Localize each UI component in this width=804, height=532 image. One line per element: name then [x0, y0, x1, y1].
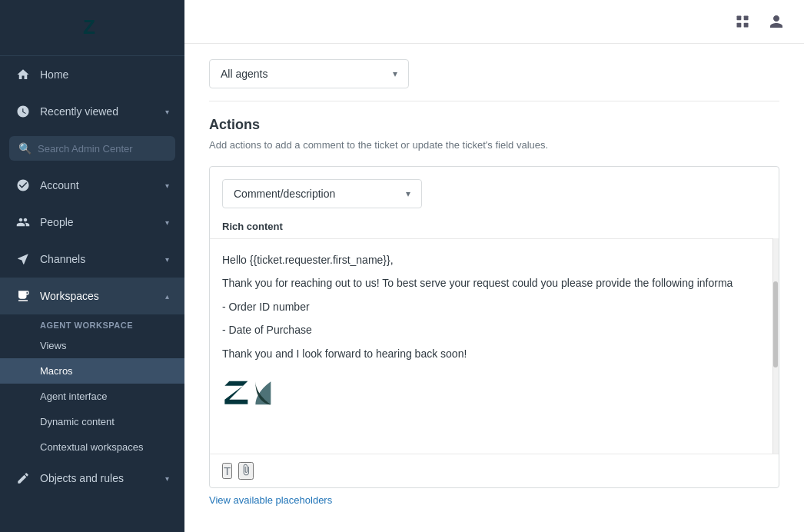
- comment-dropdown-value: Comment/description: [234, 188, 335, 200]
- sidebar-item-recently-viewed[interactable]: Recently viewed ▾: [0, 93, 184, 130]
- agent-dropdown-arrow-icon: ▾: [393, 68, 397, 79]
- agent-interface-label: Agent interface: [40, 391, 107, 402]
- sidebar-logo: Z: [0, 0, 184, 56]
- svg-rect-1: [737, 16, 742, 21]
- action-container: Comment/description ▾ Rich content Hello…: [209, 166, 779, 488]
- sidebar-item-agent-interface[interactable]: Agent interface: [0, 384, 184, 409]
- comment-dropdown-arrow-icon: ▾: [406, 188, 410, 199]
- zendesk-logo-icon: Z: [77, 12, 108, 43]
- editor-line-3: - Order ID number: [222, 298, 763, 315]
- view-placeholders-link[interactable]: View available placeholders: [209, 494, 332, 506]
- sidebar-item-macros[interactable]: Macros: [0, 358, 184, 384]
- people-icon: [15, 214, 31, 230]
- account-chevron-icon: ▾: [165, 181, 169, 190]
- zendesk-logo-svg: [222, 371, 284, 417]
- macros-label: Macros: [40, 365, 73, 377]
- text-format-icon: T: [224, 464, 231, 477]
- workspaces-chevron-icon: ▴: [165, 292, 169, 301]
- sidebar-item-home[interactable]: Home: [0, 56, 184, 93]
- section-divider: [209, 101, 779, 101]
- editor-toolbar: T: [210, 454, 779, 487]
- contextual-workspaces-label: Contextual workspaces: [40, 441, 143, 453]
- dynamic-content-label: Dynamic content: [40, 416, 115, 427]
- sidebar-item-channels-label: Channels: [40, 253, 85, 265]
- agent-dropdown-value: All agents: [221, 68, 267, 80]
- editor-scrollbar[interactable]: [772, 238, 779, 454]
- account-icon: [15, 178, 31, 193]
- sidebar-item-workspaces-label: Workspaces: [40, 290, 99, 302]
- workspaces-subnav-header: Agent workspace: [0, 314, 184, 333]
- user-icon[interactable]: [764, 9, 789, 34]
- main-content: All agents ▾ Actions Add actions to add …: [184, 0, 804, 532]
- zendesk-logo-in-editor: [222, 371, 763, 422]
- sidebar-item-account[interactable]: Account ▾: [0, 167, 184, 204]
- sidebar-item-account-label: Account: [40, 179, 79, 191]
- search-icon: 🔍: [18, 142, 32, 155]
- editor-line-5: Thank you and I look forward to hearing …: [222, 345, 763, 362]
- sidebar-item-home-label: Home: [40, 68, 68, 81]
- agent-dropdown[interactable]: All agents ▾: [209, 59, 409, 88]
- comment-dropdown[interactable]: Comment/description ▾: [222, 179, 422, 208]
- sidebar-item-contextual-workspaces[interactable]: Contextual workspaces: [0, 434, 184, 460]
- attachment-icon: [240, 464, 252, 478]
- objects-icon: [15, 470, 31, 486]
- svg-rect-2: [744, 16, 749, 21]
- clock-icon: [15, 104, 31, 119]
- sidebar-item-workspaces[interactable]: Workspaces ▴: [0, 278, 184, 314]
- sidebar-navigation: Home Recently viewed ▾ 🔍 Account ▾: [0, 56, 184, 532]
- editor-scrollbar-thumb[interactable]: [773, 281, 778, 367]
- svg-rect-4: [744, 23, 749, 28]
- chevron-down-icon: ▾: [165, 108, 169, 116]
- sidebar-item-people-label: People: [40, 216, 74, 228]
- actions-section-description: Add actions to add a comment to the tick…: [209, 139, 779, 151]
- grid-icon[interactable]: [730, 9, 755, 34]
- sidebar-item-recently-viewed-label: Recently viewed: [40, 105, 118, 118]
- objects-chevron-icon: ▾: [165, 474, 169, 483]
- editor-line-2: Thank you for reaching out to us! To bes…: [222, 274, 763, 291]
- sidebar-item-views[interactable]: Views: [0, 333, 184, 358]
- sidebar-item-objects-and-rules[interactable]: Objects and rules ▾: [0, 460, 184, 497]
- sidebar-item-channels[interactable]: Channels ▾: [0, 241, 184, 278]
- sidebar-item-dynamic-content[interactable]: Dynamic content: [0, 409, 184, 434]
- rich-content-label: Rich content: [210, 221, 779, 238]
- svg-rect-3: [737, 23, 742, 28]
- home-icon: [15, 67, 31, 82]
- workspaces-subnav: Agent workspace Views Macros Agent inter…: [0, 314, 184, 460]
- search-input[interactable]: [38, 143, 166, 155]
- workspaces-icon: [15, 288, 31, 304]
- actions-section-title: Actions: [209, 117, 779, 133]
- channels-icon: [15, 251, 31, 267]
- views-label: Views: [40, 340, 66, 351]
- channels-chevron-icon: ▾: [165, 255, 169, 264]
- editor-line-4: - Date of Purchase: [222, 321, 763, 338]
- top-bar: [184, 0, 804, 44]
- editor-scroll-container: Hello {{ticket.requester.first_name}}, T…: [210, 238, 779, 454]
- svg-text:Z: Z: [83, 15, 95, 38]
- sidebar: Z Home Recently viewed ▾ 🔍: [0, 0, 184, 532]
- people-chevron-icon: ▾: [165, 218, 169, 227]
- content-area: All agents ▾ Actions Add actions to add …: [184, 44, 804, 532]
- search-admin-center[interactable]: 🔍: [9, 136, 175, 161]
- editor-line-1: Hello {{ticket.requester.first_name}},: [222, 251, 763, 268]
- sidebar-item-people[interactable]: People ▾: [0, 204, 184, 241]
- editor-area[interactable]: Hello {{ticket.requester.first_name}}, T…: [210, 238, 779, 454]
- text-format-button[interactable]: T: [222, 463, 232, 479]
- attachment-button[interactable]: [238, 462, 254, 480]
- sidebar-item-objects-label: Objects and rules: [40, 472, 124, 484]
